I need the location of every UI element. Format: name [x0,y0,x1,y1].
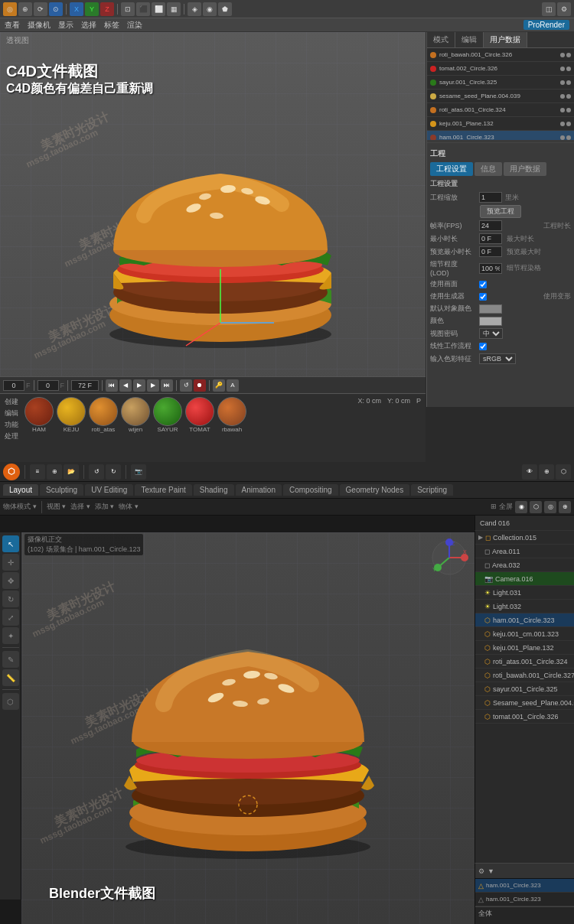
c4d-icon-11[interactable]: ⬟ [218,2,232,16]
bl-tool-add[interactable]: ⬡ [2,693,19,710]
tl-first-btn[interactable]: ⏮ [106,379,118,392]
props-tab-info[interactable]: 信息 [475,162,502,176]
mat-rotiatas[interactable]: roti_atas [89,397,118,433]
prop-input-fps[interactable] [479,220,502,231]
bl-xray-btn[interactable]: ⬡ [530,501,542,513]
bl-tool-transform[interactable]: ✦ [2,627,19,644]
bl-gizmo-btn[interactable]: ⊕ [559,501,571,513]
outliner-rotibawah[interactable]: ⬡ roti_bawah.001_Circle.327 [475,669,574,682]
c4d-icon-2[interactable]: ⊕ [18,2,32,16]
outliner-tomat[interactable]: ⬡ tomat.001_Circle.326 [475,710,574,724]
bl-file-btn[interactable]: ≡ [30,464,45,480]
outliner-keju-cm[interactable]: ⬡ keju.001_cm.001.323 [475,627,574,641]
bl-render-btn[interactable]: 📷 [131,464,146,480]
menu-select[interactable]: 选择 [81,20,96,31]
prop-input-scale[interactable] [479,192,502,203]
edit-label[interactable]: 编辑 [5,408,18,418]
panel-tab-mode[interactable]: 模式 [427,32,455,47]
bl-tool-scale[interactable]: ⤢ [2,609,19,626]
c4d-x-btn[interactable]: X [70,2,83,16]
obj-tomat[interactable]: tomat.002_Circle.326 [427,62,574,76]
c4d-icon-7[interactable]: ⬜ [152,2,165,16]
mat-keju[interactable]: KEJU [57,397,86,433]
bl-object-label[interactable]: 物体 ▾ [119,502,139,512]
bl-tool-rotate[interactable]: ↻ [2,591,19,607]
c4d-icon-1[interactable]: ◎ [3,2,17,16]
bl-object-mode-label[interactable]: 物体模式 ▾ [3,502,37,512]
bl-add-btn[interactable]: ⊕ [539,464,554,480]
obj-roti-bawah[interactable]: roti_bawah.001_Circle.326 [427,48,574,62]
obj-sesame[interactable]: sesame_seed_Plane.004.039 [427,89,574,103]
mat-sayur[interactable]: SAYUR [153,397,182,433]
tl-back-btn[interactable]: ◀ [119,379,132,392]
bl-bottom-item-2[interactable]: △ ham.001_Circle.323 [475,893,574,906]
tl-record-btn[interactable]: ⏺ [194,379,206,392]
c4d-z-btn[interactable]: Z [100,2,114,16]
process-label[interactable]: 处理 [5,431,18,441]
obj-sayur[interactable]: sayur.001_Circle.325 [427,76,574,89]
bl-fullscreen-btn[interactable]: ⊞ 全屏 [491,502,513,512]
prop-select-viewdensity[interactable]: 中低高 [479,328,503,339]
menu-view[interactable]: 查看 [5,20,20,31]
bl-tab-layout[interactable]: Layout [3,484,38,496]
c4d-icon-5[interactable]: ⊡ [121,2,135,16]
prop-input-minlen[interactable] [479,233,502,244]
tl-frame-input[interactable] [3,380,24,391]
menu-display[interactable]: 显示 [58,20,73,31]
outliner-rotiatas[interactable]: ⬡ roti_atas.001_Circle.324 [475,655,574,669]
outliner-area032[interactable]: ◻ Area.032 [475,558,574,572]
c4d-icon-12[interactable]: ◫ [542,2,556,16]
default-color-swatch[interactable] [479,304,502,314]
panel-tab-userdata[interactable]: 用户数据 [484,32,527,47]
c4d-y-btn[interactable]: Y [85,2,99,16]
bl-add-label[interactable]: 添加 ▾ [95,502,115,512]
c4d-icon-9[interactable]: ◈ [188,2,201,16]
props-tab-userdata[interactable]: 用户数据 [504,162,546,176]
tl-auto-btn[interactable]: A [227,379,239,392]
bl-select-label[interactable]: 选择 ▾ [70,502,90,512]
outliner-light031[interactable]: ☀ Light.031 [475,586,574,600]
bl-overlay-btn[interactable]: ◎ [544,501,556,513]
bl-view-label[interactable]: 视图 ▾ [47,502,67,512]
bl-tab-compositing[interactable]: Compositing [283,484,338,496]
outliner-camera016[interactable]: 📷 Camera.016 [475,572,574,586]
props-tab-settings[interactable]: 工程设置 [430,162,473,176]
bl-tab-shading[interactable]: Shading [194,484,234,496]
mat-rbawah[interactable]: rbawah [217,397,246,433]
bl-viewport-shade-btn[interactable]: ◉ [515,501,527,513]
bl-axis-gizmo[interactable]: X Y Z [430,538,468,577]
c4d-icon-8[interactable]: ▦ [167,2,181,16]
prop-check-usegen[interactable] [479,293,487,301]
prop-check-useimage[interactable] [479,281,487,288]
menu-tag[interactable]: 标签 [104,20,119,31]
mat-wijen[interactable]: wijen [121,397,150,433]
color-swatch[interactable] [479,317,502,326]
bl-tool-annotate[interactable]: ✎ [2,651,19,668]
mat-ham[interactable]: HAM [24,397,54,433]
c4d-icon-13[interactable]: ⚙ [557,2,571,16]
panel-tab-edit[interactable]: 编辑 [455,32,484,47]
mat-tomat[interactable]: TOMAT [185,397,214,433]
func-label[interactable]: 功能 [5,420,18,430]
bl-tab-scripting[interactable]: Scripting [411,484,453,496]
menu-camera[interactable]: 摄像机 [28,20,51,31]
outliner-area011[interactable]: ◻ Area.011 [475,545,574,558]
bl-undo-btn[interactable]: ↺ [89,464,104,480]
bl-open-btn[interactable]: 📂 [64,464,79,480]
bl-tab-animation[interactable]: Animation [236,484,282,496]
obj-ham[interactable]: ham.001_Circle.323 [427,131,574,140]
prop-input-lod[interactable] [479,263,502,274]
bl-new-btn[interactable]: ⊕ [47,464,62,480]
tl-fps-input[interactable] [71,380,99,391]
obj-keju[interactable]: keju.001_Plane.132 [427,117,574,131]
bl-tab-sculpting[interactable]: Sculpting [40,484,83,496]
tl-play-btn[interactable]: ▶ [133,379,145,392]
prop-select-colorprofile[interactable]: sRGBLinear [479,353,516,364]
c4d-icon-6[interactable]: ⬛ [136,2,150,16]
tl-last-btn[interactable]: ⏭ [161,379,173,392]
bl-tab-uvediting[interactable]: UV Editing [85,484,133,496]
blender-viewport[interactable]: 美素时光设计 mssg.taobao.com 美素时光设计 mssg.taoba… [21,532,475,924]
outliner-light032[interactable]: ☀ Light.032 [475,600,574,613]
outliner-collection[interactable]: ▶ ◻ Collection.015 [475,531,574,545]
bl-tool-select[interactable]: ↖ [2,535,19,552]
